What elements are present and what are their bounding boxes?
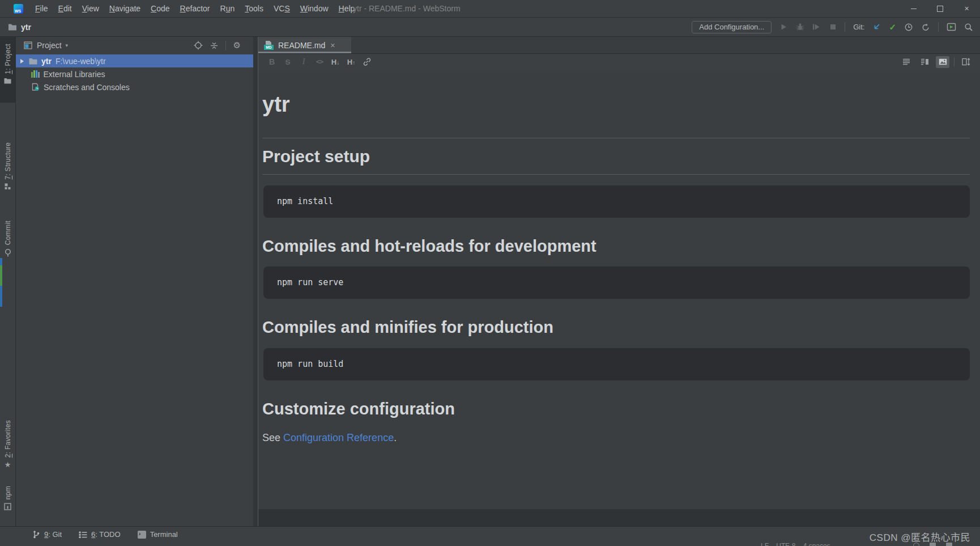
stop-button[interactable] [829,23,837,31]
project-root-path: F:\vue-web\ytr [56,57,106,66]
editor-bottom-strip [258,509,980,526]
tab-readme[interactable]: MD README.md × [258,37,351,53]
tree-row-scratches[interactable]: Scratches and Consoles [16,81,253,94]
status-button-todo[interactable]: 6: TODO [79,530,121,539]
folder-icon [4,78,11,84]
update-arrow-icon [872,23,881,31]
menu-refactor[interactable]: Refactor [175,0,215,17]
toolbar-separator [938,22,939,32]
locate-file-button[interactable] [194,41,203,50]
menu-code[interactable]: Code [146,0,174,17]
webstorm-window: WS File Edit View Navigate Code Refactor… [0,0,980,546]
minimize-icon [911,9,917,9]
tree-label: External Libraries [44,70,105,79]
todo-list-icon [79,531,87,538]
toolbar-separator [954,57,955,67]
menu-edit[interactable]: Edit [53,0,77,17]
maximize-button[interactable] [927,0,953,17]
bold-button[interactable]: B [264,57,280,66]
menu-vcs[interactable]: VCS [269,0,295,17]
folder-icon [8,23,17,31]
run-with-coverage-button[interactable] [812,23,821,31]
menu-tools[interactable]: Tools [240,0,269,17]
preview-h3-minifies: Compiles and minifies for production [262,318,970,337]
gear-icon[interactable]: ⚙ [233,41,241,50]
markdown-file-icon: MD [264,41,274,50]
collapse-all-icon [210,41,218,50]
header-down-button[interactable]: H↓ [327,58,343,66]
panel-editor-splitter[interactable] [253,37,258,526]
coverage-icon [812,23,821,31]
code-block-npm-run-serve: npm run serve [263,266,970,299]
menu-run[interactable]: Run [215,0,240,17]
run-button[interactable] [779,23,788,31]
clock-icon [904,23,913,32]
project-root-name: ytr [41,57,52,66]
left-tool-stripe: 1: Project 7: Structure Commit 2: Favori… [0,37,16,526]
show-editor-button[interactable] [900,56,913,68]
csdn-watermark: CSDN @匿名热心市民 [870,530,970,544]
run-anything-window-button[interactable] [947,23,956,31]
window-title: ytr - README.md - WebStorm [353,0,461,17]
add-configuration-button[interactable]: Add Configuration... [692,21,772,33]
external-libraries-icon [31,70,40,78]
run-icon [779,23,788,31]
breadcrumb[interactable]: ytr [8,23,31,32]
code-span-button[interactable]: <> [312,58,327,66]
link-button[interactable] [359,57,375,66]
tool-button-structure[interactable]: 7: Structure [0,140,15,200]
code-block-npm-run-build: npm run build [263,348,970,380]
menu-file[interactable]: File [30,0,53,17]
locate-icon [194,41,203,50]
show-preview-button[interactable] [936,56,949,68]
status-button-git[interactable]: 9: Git [32,530,62,539]
italic-button[interactable]: I [296,57,312,66]
commit-checkmark-icon[interactable]: ✓ [889,23,896,31]
show-editor-and-preview-button[interactable] [918,56,931,68]
history-button[interactable] [904,23,913,32]
bold-icon: B [269,57,275,66]
project-panel-header: Project ▾ ⚙ [16,37,253,54]
chevron-down-icon: ▾ [66,43,69,48]
tree-row-root[interactable]: ytr F:\vue-web\ytr [16,54,253,67]
preview-h3-hot-reload: Compiles and hot-reloads for development [262,236,970,256]
search-everywhere-button[interactable] [964,23,973,32]
close-button[interactable]: × [953,0,980,17]
debug-button[interactable] [796,23,804,31]
menu-navigate[interactable]: Navigate [104,0,146,17]
strikethrough-button[interactable]: S [280,58,296,66]
link-icon [363,57,372,66]
minimize-button[interactable] [900,0,927,17]
tree-row-external-libraries[interactable]: External Libraries [16,67,253,81]
status-button-terminal[interactable]: Terminal [138,530,178,539]
tool-button-project[interactable]: 1: Project [0,37,15,103]
menu-view[interactable]: View [77,0,104,17]
terminal-icon [138,531,146,539]
expand-arrow-icon[interactable] [20,59,24,64]
auto-scroll-icon [962,58,970,66]
menu-window[interactable]: Window [295,0,334,17]
bug-icon [796,23,804,31]
preview-paragraph: See Configuration Reference. [262,432,970,444]
header-up-icon: H↑ [347,58,355,66]
header-down-icon: H↓ [331,58,339,66]
tool-button-favorites[interactable]: 2: Favorites ★ [0,420,15,472]
editor-area: MD README.md × B S I <> H↓ H↑ ytr [258,37,980,526]
auto-scroll-preview-button[interactable] [959,56,973,68]
stop-icon [829,23,837,31]
git-branch-icon [32,530,40,539]
tab-close-icon[interactable]: × [330,41,335,49]
project-panel-title[interactable]: Project [37,41,62,50]
collapse-all-button[interactable] [210,41,218,50]
folder-icon [29,58,37,65]
header-up-button[interactable]: H↑ [343,58,359,66]
tool-button-commit[interactable]: Commit [0,221,15,269]
webstorm-logo-icon[interactable]: WS [14,4,23,14]
preview-h1: ytr [262,92,970,117]
update-project-button[interactable] [872,23,881,31]
configuration-reference-link[interactable]: Configuration Reference [283,432,394,443]
rollback-button[interactable] [921,23,930,32]
maximize-icon [937,6,943,12]
status-info-partial: LF UTF-8 4 spaces [761,542,830,546]
tool-button-npm[interactable]: npm [0,486,15,514]
